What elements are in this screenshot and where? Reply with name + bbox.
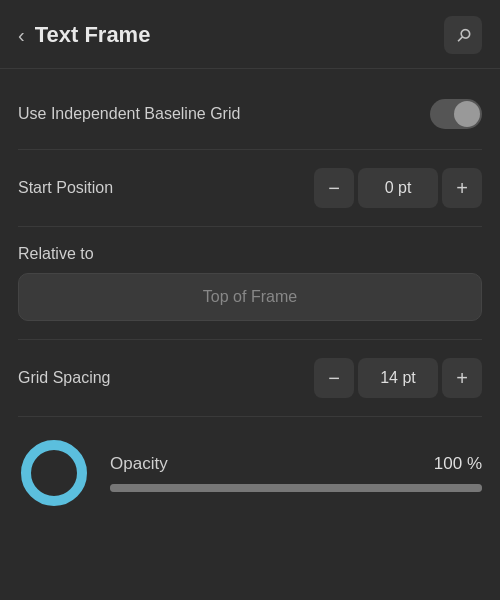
header-left: ‹ Text Frame bbox=[18, 22, 150, 48]
dropdown-value: Top of Frame bbox=[203, 288, 297, 306]
panel: ‹ Text Frame ⚲ Use Independent Baseline … bbox=[0, 0, 500, 600]
grid-spacing-increment[interactable]: + bbox=[442, 358, 482, 398]
content: Use Independent Baseline Grid Start Posi… bbox=[0, 69, 500, 541]
opacity-slider-fill bbox=[110, 484, 482, 492]
relative-to-section: Relative to Top of Frame bbox=[18, 227, 482, 339]
baseline-grid-toggle-row: Use Independent Baseline Grid bbox=[18, 89, 482, 150]
start-position-increment[interactable]: + bbox=[442, 168, 482, 208]
start-position-row: Start Position − 0 pt + bbox=[18, 150, 482, 227]
page-title: Text Frame bbox=[35, 22, 151, 48]
opacity-row: Opacity 100 % bbox=[18, 417, 482, 521]
pin-icon: ⚲ bbox=[451, 23, 476, 48]
opacity-circle-icon bbox=[18, 437, 90, 509]
relative-to-dropdown[interactable]: Top of Frame bbox=[18, 273, 482, 321]
start-position-stepper: − 0 pt + bbox=[314, 168, 482, 208]
start-position-decrement[interactable]: − bbox=[314, 168, 354, 208]
grid-spacing-decrement[interactable]: − bbox=[314, 358, 354, 398]
baseline-grid-label: Use Independent Baseline Grid bbox=[18, 104, 240, 125]
opacity-value: 100 % bbox=[434, 454, 482, 474]
header: ‹ Text Frame ⚲ bbox=[0, 0, 500, 69]
grid-spacing-value: 14 pt bbox=[358, 358, 438, 398]
opacity-controls: Opacity 100 % bbox=[110, 454, 482, 492]
pin-button[interactable]: ⚲ bbox=[444, 16, 482, 54]
start-position-label: Start Position bbox=[18, 179, 113, 197]
opacity-label-row: Opacity 100 % bbox=[110, 454, 482, 474]
grid-spacing-stepper: − 14 pt + bbox=[314, 358, 482, 398]
grid-spacing-row: Grid Spacing − 14 pt + bbox=[18, 339, 482, 417]
toggle-knob bbox=[454, 101, 480, 127]
baseline-grid-toggle[interactable] bbox=[430, 99, 482, 129]
back-button[interactable]: ‹ bbox=[18, 24, 25, 47]
grid-spacing-label: Grid Spacing bbox=[18, 369, 111, 387]
opacity-label: Opacity bbox=[110, 454, 168, 474]
start-position-value: 0 pt bbox=[358, 168, 438, 208]
svg-point-0 bbox=[26, 445, 82, 501]
relative-to-label: Relative to bbox=[18, 227, 482, 273]
opacity-slider-track[interactable] bbox=[110, 484, 482, 492]
